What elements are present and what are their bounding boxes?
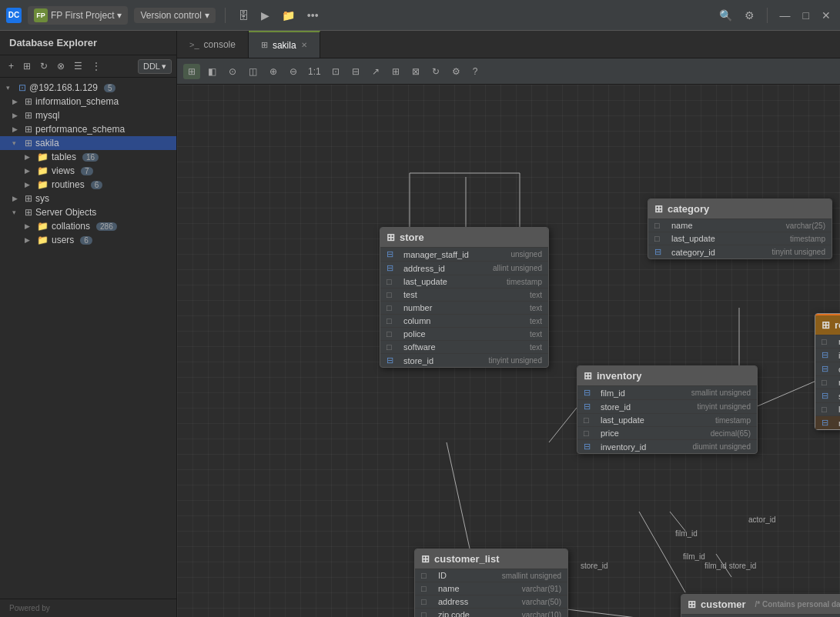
rental-row-date[interactable]: □ rental_date datetime: [815, 335, 840, 348]
view-tree-btn[interactable]: ⋮: [88, 58, 105, 74]
inv-row-film-id[interactable]: ⊟ film_id smallint unsigned: [577, 385, 757, 399]
sidebar-item-server-objects[interactable]: ▾ ⊞ Server Objects: [0, 205, 176, 219]
add-table-btn[interactable]: ⊕: [265, 64, 282, 79]
export-btn[interactable]: ↗: [367, 64, 384, 79]
fk-icon: ⊟: [584, 442, 596, 452]
store-row-column[interactable]: □ column text: [380, 314, 548, 327]
cust-row-store-id[interactable]: ⊟ store_id tinyint unsigned: [681, 614, 840, 617]
minimize-btn[interactable]: —: [777, 6, 794, 25]
col-icon: □: [387, 329, 399, 339]
table-category[interactable]: ⊞ category □ name varchar(25) □ last_upd…: [648, 198, 832, 259]
store-row-police[interactable]: □ police text: [380, 327, 548, 340]
table-grid-icon: ⊞: [421, 553, 430, 565]
table-customer[interactable]: ⊞ customer /* Contains personal data */ …: [681, 594, 840, 617]
mysql-label: mysql: [35, 110, 59, 121]
settings-diagram-btn[interactable]: ⚙: [447, 64, 465, 79]
cl-row-zip[interactable]: □ zip code varchar(10): [415, 608, 567, 617]
sidebar-item-users[interactable]: ▶ 📁 users 6: [0, 233, 176, 247]
db-icon-btn[interactable]: 🗄: [235, 6, 252, 25]
tab-close-btn[interactable]: ✕: [301, 41, 307, 49]
inv-row-price[interactable]: □ price decimal(65): [577, 426, 757, 439]
category-row-name[interactable]: □ name varchar(25): [648, 218, 832, 232]
divider-1: [225, 8, 226, 23]
maximize-btn[interactable]: □: [800, 6, 812, 25]
sidebar-item-tables[interactable]: ▶ 📁 tables 16: [0, 150, 176, 164]
disconnect-btn[interactable]: ⊗: [53, 58, 69, 74]
sidebar-title: Database Explorer: [0, 31, 176, 55]
filter-btn[interactable]: ⊞: [19, 58, 35, 74]
store-row-store-id[interactable]: ⊟ store_id tinyint unsigned: [380, 353, 548, 367]
connection-icon: ⊡: [18, 82, 26, 93]
collations-icon: 📁: [37, 221, 49, 232]
zoom-fit-btn[interactable]: ⊡: [327, 64, 344, 79]
rental-row-inv-id[interactable]: ⊟ inventory_id diumint unsigned: [815, 348, 840, 362]
version-control-menu[interactable]: Version control ▾: [134, 8, 215, 23]
settings-btn[interactable]: ⚙: [741, 6, 758, 25]
entity-btn[interactable]: ⊙: [224, 64, 241, 79]
rental-row-last-update[interactable]: □ last_update timestamp: [815, 402, 840, 415]
rental-row-return[interactable]: □ return_date datetime: [815, 375, 840, 389]
help-btn[interactable]: ?: [468, 64, 483, 79]
view-toggle-btn[interactable]: ☰: [70, 58, 86, 74]
rental-row-staff[interactable]: ⊟ staff_id tinyint unsigned: [815, 389, 840, 402]
sidebar-item-routines[interactable]: ▶ 📁 routines 6: [0, 178, 176, 192]
close-btn[interactable]: ✕: [818, 6, 834, 25]
divider-2: [767, 8, 768, 23]
search-btn[interactable]: 🔍: [716, 6, 735, 25]
fit-btn[interactable]: ◧: [203, 64, 221, 79]
remove-btn[interactable]: ⊖: [285, 64, 302, 79]
project-menu[interactable]: FP FP First Project ▾: [28, 6, 128, 25]
ddl-btn[interactable]: DDL ▾: [138, 59, 172, 74]
table-inventory[interactable]: ⊞ inventory ⊟ film_id smallint unsigned …: [577, 365, 758, 454]
category-row-last-update[interactable]: □ last_update timestamp: [648, 232, 832, 245]
tab-console[interactable]: >_ console: [177, 31, 249, 58]
store-row-test[interactable]: □ test text: [380, 288, 548, 301]
store-row-address[interactable]: ⊟ address_id allint unsigned: [380, 261, 548, 275]
refresh-btn[interactable]: ↻: [36, 58, 52, 74]
inv-row-last-update[interactable]: □ last_update timestamp: [577, 413, 757, 426]
table-rental[interactable]: ⊞ rental □ rental_date datetime ⊟ invent…: [815, 313, 840, 430]
add-connection-btn[interactable]: +: [5, 58, 18, 74]
sidebar-item-collations[interactable]: ▶ 📁 collations 286: [0, 219, 176, 233]
store-row-software[interactable]: □ software text: [380, 340, 548, 353]
rental-row-id[interactable]: ⊟ rental_id int: [815, 415, 840, 429]
refresh-diagram-btn[interactable]: ↻: [427, 64, 444, 79]
sidebar-item-performance-schema[interactable]: ▶ ⊞ performance_schema: [0, 122, 176, 136]
grid-btn[interactable]: ⊞: [183, 64, 200, 79]
layout-btn[interactable]: ⊟: [347, 64, 364, 79]
connection-item[interactable]: ▾ ⊡ @192.168.1.129 5: [0, 81, 176, 95]
store-row-last-update[interactable]: □ last_update timestamp: [380, 275, 548, 288]
inv-row-store-id[interactable]: ⊟ store_id tinyint unsigned: [577, 399, 757, 413]
tag-btn[interactable]: ◫: [244, 64, 262, 79]
sidebar-item-sys[interactable]: ▶ ⊞ sys: [0, 192, 176, 205]
powered-by: Powered by: [0, 599, 176, 617]
store-row-manager[interactable]: ⊟ manager_staff_id unsigned: [380, 247, 548, 261]
inventory-header: ⊞ inventory: [577, 366, 757, 385]
cl-row-address[interactable]: □ address varchar(50): [415, 595, 567, 608]
schema-arrow: ▶: [12, 98, 22, 105]
table-customer-list[interactable]: ⊞ customer_list □ ID smallint unsigned □…: [414, 549, 568, 617]
category-row-id[interactable]: ⊟ category_id tinyint unsigned: [648, 245, 832, 258]
diagram-canvas[interactable]: ⊞ store ⊟ manager_staff_id unsigned ⊟ ad…: [177, 85, 840, 617]
folder-btn[interactable]: 📁: [279, 6, 298, 25]
rental-row-cust-id[interactable]: ⊟ customer_id smallint unsigned: [815, 362, 840, 375]
run-btn[interactable]: ▶: [258, 6, 273, 25]
sidebar-item-sakila[interactable]: ▾ ⊞ sakila: [0, 136, 176, 150]
svg-line-11: [554, 608, 681, 617]
tab-sakila[interactable]: ⊞ sakila ✕: [249, 31, 320, 58]
sidebar-item-mysql[interactable]: ▶ ⊞ mysql: [0, 108, 176, 122]
more-btn[interactable]: •••: [304, 6, 322, 25]
inv-row-inventory-id[interactable]: ⊟ inventory_id diumint unsigned: [577, 439, 757, 453]
cl-row-name[interactable]: □ name varchar(91): [415, 582, 567, 595]
copy-btn[interactable]: ⊞: [387, 64, 404, 79]
table-store[interactable]: ⊞ store ⊟ manager_staff_id unsigned ⊟ ad…: [380, 227, 549, 368]
sidebar-item-information-schema[interactable]: ▶ ⊞ information_schema: [0, 95, 176, 108]
move-btn[interactable]: ⊠: [407, 64, 424, 79]
label-film-id-1: film_id: [675, 529, 698, 538]
store-row-number[interactable]: □ number text: [380, 301, 548, 314]
sakila-label: sakila: [35, 138, 59, 148]
app-logo: DC: [6, 8, 22, 23]
sidebar-item-views[interactable]: ▶ 📁 views 7: [0, 164, 176, 178]
cl-row-id[interactable]: □ ID smallint unsigned: [415, 569, 567, 582]
customer-header: ⊞ customer /* Contains personal data */: [681, 595, 840, 614]
